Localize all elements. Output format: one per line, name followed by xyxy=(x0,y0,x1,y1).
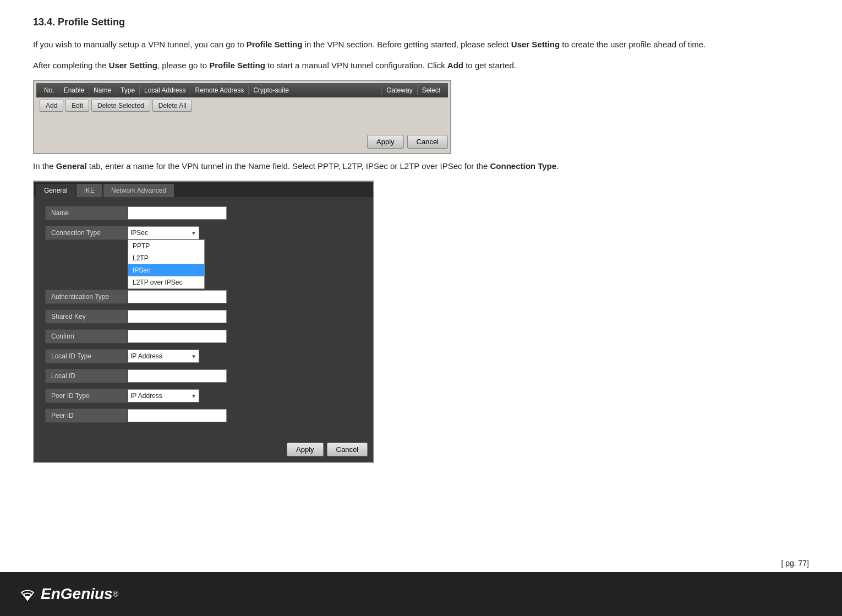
connection-type-select[interactable]: IPSec ▼ xyxy=(128,226,199,239)
connection-type-row: Connection Type IPSec ▼ PPTP L2TP IPSec … xyxy=(45,226,362,240)
form-apply-button[interactable]: Apply xyxy=(287,443,324,456)
name-label: Name xyxy=(45,206,128,220)
tab-bar: General IKE Network Advanced xyxy=(34,182,373,197)
col-local-address: Local Address xyxy=(140,85,190,95)
option-pptp[interactable]: PPTP xyxy=(128,240,204,252)
paragraph-1: If you wish to manually setup a VPN tunn… xyxy=(33,38,809,51)
auth-type-row: Authentication Type xyxy=(45,290,362,304)
delete-all-button[interactable]: Delete All xyxy=(152,100,193,112)
col-crypto-suite: Crypto-suite xyxy=(249,85,382,95)
connection-type-options: PPTP L2TP IPSec L2TP over IPSec xyxy=(128,239,205,289)
page-footer: EnGenius® xyxy=(0,572,842,616)
dropdown-arrow-icon: ▼ xyxy=(191,230,196,236)
add-button[interactable]: Add xyxy=(40,100,63,112)
local-id-type-value: IP Address xyxy=(130,352,162,360)
reg-mark: ® xyxy=(113,590,118,598)
shared-key-label: Shared Key xyxy=(45,309,128,324)
col-enable: Enable xyxy=(59,85,89,95)
local-id-dropdown-arrow: ▼ xyxy=(191,353,196,359)
tab-general[interactable]: General xyxy=(36,184,75,197)
confirm-label: Confirm xyxy=(45,329,128,344)
local-id-input[interactable] xyxy=(128,369,227,383)
table-body: Add Edit Delete Selected Delete All xyxy=(36,97,448,116)
peer-id-input[interactable] xyxy=(128,409,227,422)
peer-id-type-value: IP Address xyxy=(130,392,162,400)
peer-id-type-row: Peer ID Type IP Address ▼ xyxy=(45,389,362,403)
auth-type-input[interactable] xyxy=(128,290,227,303)
col-name: Name xyxy=(89,85,116,95)
cancel-button[interactable]: Cancel xyxy=(407,135,448,149)
paragraph-3: In the General tab, enter a name for the… xyxy=(33,160,809,173)
logo-area: EnGenius® xyxy=(17,585,118,603)
auth-type-label: Authentication Type xyxy=(45,290,128,304)
form-cancel-button[interactable]: Cancel xyxy=(327,443,368,456)
local-id-type-label: Local ID Type xyxy=(45,349,128,363)
option-ipsec[interactable]: IPSec xyxy=(128,264,204,276)
col-type: Type xyxy=(116,85,140,95)
tab-network-advanced[interactable]: Network Advanced xyxy=(103,184,174,197)
apply-button[interactable]: Apply xyxy=(367,135,404,149)
table-header: No. Enable Name Type Local Address Remot… xyxy=(36,83,448,97)
wifi-logo-icon xyxy=(17,585,39,603)
connection-type-label: Connection Type xyxy=(45,226,128,240)
section-title: 13.4. Profile Setting xyxy=(33,17,809,28)
confirm-input[interactable] xyxy=(128,330,227,343)
col-remote-address: Remote Address xyxy=(190,85,249,95)
delete-selected-button[interactable]: Delete Selected xyxy=(91,100,150,112)
form-footer: Apply Cancel xyxy=(34,437,373,462)
connection-type-value: IPSec xyxy=(130,229,148,237)
peer-id-label: Peer ID xyxy=(45,408,128,423)
paragraph-2: After completing the User Setting, pleas… xyxy=(33,59,809,72)
local-id-type-row: Local ID Type IP Address ▼ xyxy=(45,349,362,363)
shared-key-input[interactable] xyxy=(128,310,227,323)
peer-id-type-select[interactable]: IP Address ▼ xyxy=(128,389,199,402)
form-area: Name Connection Type IPSec ▼ PPTP L2TP I… xyxy=(34,197,373,437)
option-l2tp[interactable]: L2TP xyxy=(128,252,204,264)
vpn-table-screenshot: No. Enable Name Type Local Address Remot… xyxy=(33,80,451,154)
col-gateway: Gateway xyxy=(382,85,417,95)
peer-id-type-label: Peer ID Type xyxy=(45,389,128,403)
table-actions: Add Edit Delete Selected Delete All xyxy=(40,100,445,112)
col-select: Select xyxy=(418,85,445,95)
local-id-label: Local ID xyxy=(45,369,128,383)
option-l2tp-over-ipsec[interactable]: L2TP over IPSec xyxy=(128,276,204,288)
tab-ike[interactable]: IKE xyxy=(76,184,102,197)
local-id-row: Local ID xyxy=(45,369,362,383)
local-id-type-select[interactable]: IP Address ▼ xyxy=(128,350,199,363)
col-no: No. xyxy=(40,85,59,95)
general-screenshot: General IKE Network Advanced Name Connec… xyxy=(33,181,374,463)
name-input[interactable] xyxy=(128,206,227,220)
connection-type-dropdown-container: IPSec ▼ PPTP L2TP IPSec L2TP over IPSec xyxy=(128,226,199,239)
confirm-row: Confirm xyxy=(45,329,362,344)
name-row: Name xyxy=(45,206,362,220)
peer-id-row: Peer ID xyxy=(45,408,362,423)
peer-id-dropdown-arrow: ▼ xyxy=(191,393,196,399)
page-number: [ pg. 77] xyxy=(781,559,809,568)
logo-text: EnGenius xyxy=(41,585,113,603)
shared-key-row: Shared Key xyxy=(45,309,362,324)
edit-button[interactable]: Edit xyxy=(65,100,89,112)
table-footer: Apply Cancel xyxy=(36,133,448,151)
